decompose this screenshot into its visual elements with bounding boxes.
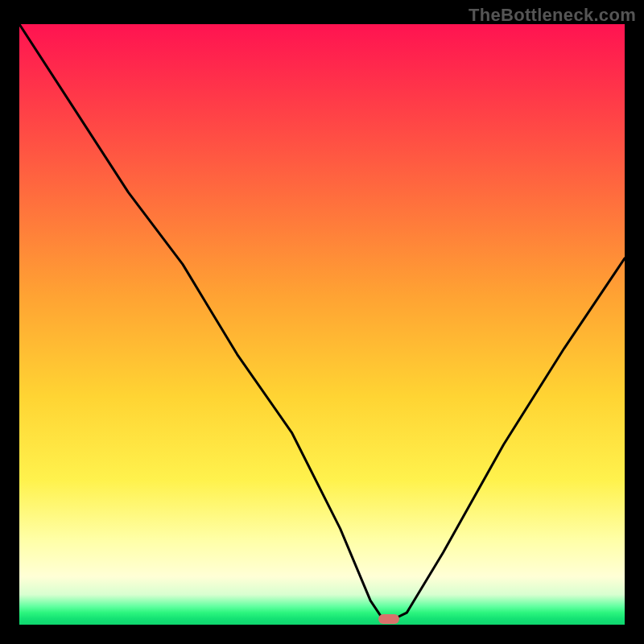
plot-area: [19, 24, 625, 625]
bottleneck-curve: [19, 24, 625, 625]
watermark-text: TheBottleneck.com: [469, 5, 636, 26]
chart-frame: TheBottleneck.com: [0, 0, 644, 644]
minimum-marker: [378, 614, 399, 624]
